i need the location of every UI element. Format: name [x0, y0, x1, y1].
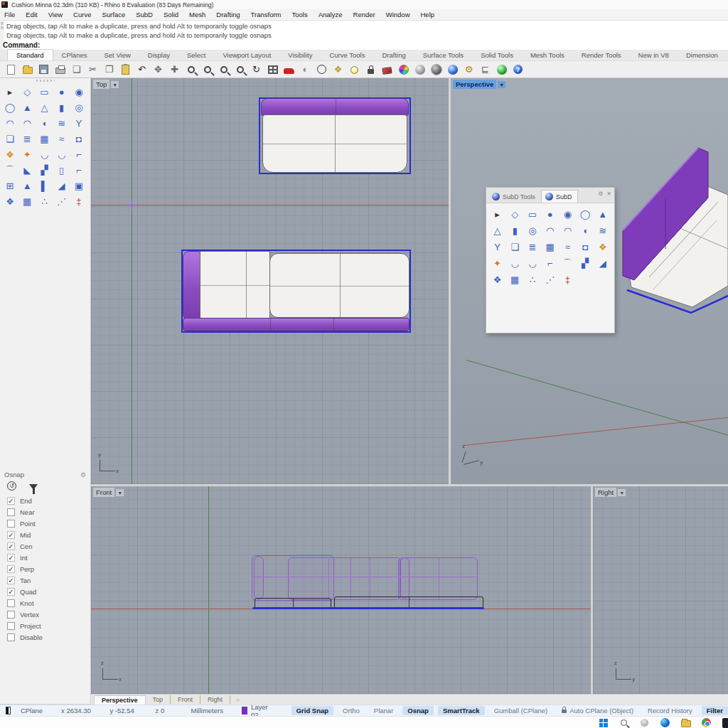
toolbar-tab-mesh-tools[interactable]: Mesh Tools — [522, 50, 573, 60]
toolbar-tab-display[interactable]: Display — [139, 50, 178, 60]
toolbar-tab-new-in-v8[interactable]: New in V8 — [630, 50, 678, 60]
viewport-tab-top[interactable]: Top — [146, 695, 171, 704]
osnap-item-int[interactable]: ✓Int — [0, 552, 90, 563]
command-prompt[interactable]: Command: — [3, 41, 40, 49]
zoom-window-icon[interactable] — [200, 63, 214, 76]
subd-stack-icon[interactable]: ≣ — [524, 240, 540, 255]
earth-render-icon[interactable] — [495, 63, 508, 76]
filter-funnel-icon[interactable] — [29, 484, 38, 490]
osnap-item-near[interactable]: Near — [0, 506, 90, 518]
zoom-icon[interactable] — [184, 63, 198, 76]
subd-ellipsoid-icon[interactable]: ◯ — [577, 207, 594, 222]
subd-ellipsoid-icon[interactable]: ◯ — [3, 101, 17, 114]
subd-fillet-icon[interactable]: ✦ — [20, 148, 34, 161]
subd-torus-icon[interactable]: ◎ — [524, 223, 540, 238]
status-cplane[interactable]: CPlane — [21, 707, 43, 714]
subd-faucet-icon[interactable]: ⌐ — [542, 256, 558, 271]
subd-box-icon[interactable]: ▭ — [37, 85, 51, 99]
subd-bevel-icon[interactable]: ◢ — [594, 256, 611, 271]
subd-loft-icon[interactable]: ❏ — [507, 240, 523, 255]
menu-drafting[interactable]: Drafting — [216, 11, 240, 18]
checkbox-perp[interactable]: ✓ — [7, 565, 15, 573]
close-icon[interactable]: ✕ — [606, 191, 611, 197]
toolbar-tab-curve-tools[interactable]: Curve Tools — [321, 50, 373, 60]
menu-file[interactable]: File — [4, 11, 15, 18]
subd-slide-icon[interactable]: ▞ — [577, 256, 594, 271]
status-toggle-planar[interactable]: Planar — [369, 706, 398, 715]
lock-object-icon[interactable] — [364, 63, 378, 76]
subd-crease-icon[interactable]: ≈ — [55, 132, 69, 146]
subd-bridge-icon[interactable]: ◘ — [577, 240, 594, 255]
pan-view-icon[interactable]: ✥ — [151, 63, 165, 76]
subd-arc-icon[interactable]: ◠ — [542, 223, 558, 238]
subd-loft-icon[interactable]: ❏ — [3, 132, 17, 146]
status-toggle-gumball-cplane[interactable]: Gumball (CPlane) — [489, 706, 553, 715]
viewport-front-label[interactable]: Front▼ — [93, 488, 124, 497]
shaded-viewport-icon[interactable] — [413, 63, 427, 76]
subd-sphere-icon[interactable]: ● — [55, 85, 69, 99]
cut-icon[interactable]: ✂ — [86, 63, 100, 76]
subd-cylinder-icon[interactable]: ▮ — [55, 101, 69, 114]
toolbar-tab-surface-tools[interactable]: Surface Tools — [414, 50, 472, 60]
chevron-down-icon[interactable]: ▼ — [111, 81, 119, 88]
viewport-tab-perspective[interactable]: Perspective — [94, 695, 146, 705]
status-units[interactable]: Millimeters — [191, 707, 223, 714]
osnap-item-mid[interactable]: ✓Mid — [0, 529, 90, 540]
save-file-icon[interactable] — [37, 63, 50, 76]
color-wheel-icon[interactable] — [397, 63, 410, 76]
zoom-selected-icon[interactable] — [233, 63, 247, 76]
subd-unweld-icon[interactable]: ∴ — [37, 195, 51, 208]
chevron-down-icon[interactable]: ▼ — [618, 489, 626, 496]
subd-branch-icon[interactable]: Y — [489, 240, 505, 255]
subd-fillet-icon[interactable]: ✦ — [489, 256, 505, 271]
copy-to-clipboard-icon[interactable]: ❏ — [70, 63, 83, 76]
subd-fill-hole-icon[interactable]: ◡ — [37, 148, 51, 161]
subd-merge-icon[interactable]: ❖ — [3, 195, 17, 208]
subd-chain-icon[interactable]: ❖ — [3, 148, 17, 161]
subd-subdivide-icon[interactable]: ▦ — [20, 195, 34, 208]
menu-transform[interactable]: Transform — [251, 11, 282, 18]
menu-mesh[interactable]: Mesh — [189, 11, 205, 18]
toolbar-tab-viewport-layout[interactable]: Viewport Layout — [214, 50, 279, 60]
zoom-dynamic-icon[interactable] — [217, 63, 230, 76]
subd-box-icon[interactable]: ▭ — [524, 207, 540, 222]
checkbox-cen[interactable]: ✓ — [7, 542, 15, 550]
checkbox-end[interactable]: ✓ — [7, 497, 15, 505]
options-gears-icon[interactable]: ⚙ — [462, 63, 476, 76]
menu-tools[interactable]: Tools — [292, 11, 308, 18]
osnap-item-project[interactable]: Project — [0, 620, 90, 631]
hide-object-icon[interactable]: ◐ — [299, 63, 312, 76]
checkbox-mid[interactable]: ✓ — [7, 531, 15, 539]
subd-plane-icon[interactable]: ▯ — [55, 164, 69, 177]
paste-icon[interactable] — [119, 63, 132, 76]
subd-arc-12-icon[interactable]: ◠ — [560, 223, 576, 238]
new-file-icon[interactable] — [4, 63, 18, 76]
subd-truncated-cone-icon[interactable]: △ — [489, 223, 505, 238]
viewport-perspective-label[interactable]: Perspective▼ — [453, 80, 505, 89]
search-icon[interactable] — [619, 717, 629, 728]
widgets-icon[interactable] — [639, 717, 650, 728]
menu-analyze[interactable]: Analyze — [318, 11, 343, 18]
toolbar-tab-set-view[interactable]: Set View — [95, 50, 139, 60]
tab-subd[interactable]: SubD — [541, 190, 579, 203]
viewport-front[interactable]: Front▼ zx — [91, 486, 591, 694]
subd-bend-icon[interactable]: ⌒ — [3, 164, 17, 177]
undo-icon[interactable]: ↶ — [135, 63, 149, 76]
material-editor-icon[interactable] — [380, 63, 394, 76]
status-toggle-smarttrack[interactable]: SmartTrack — [438, 706, 485, 715]
subd-lamp-icon[interactable]: ◖ — [577, 223, 594, 238]
menu-surface[interactable]: Surface — [102, 11, 125, 18]
status-toggle-auto-cplane-object[interactable]: Auto CPlane (Object) — [557, 706, 638, 715]
viewport-layout-icon[interactable] — [266, 63, 279, 76]
named-view-icon[interactable] — [282, 63, 296, 76]
osnap-cycle-icon[interactable]: ↺ — [7, 481, 16, 491]
checkbox-knot[interactable] — [7, 599, 15, 607]
subd-unweld-icon[interactable]: ∴ — [524, 272, 540, 287]
osnap-item-disable[interactable]: Disable — [0, 631, 90, 643]
link-objects-icon[interactable]: ❖ — [331, 63, 345, 76]
menu-render[interactable]: Render — [353, 11, 375, 18]
subd-cage-icon[interactable]: ▣ — [72, 179, 86, 193]
menu-view[interactable]: View — [48, 11, 63, 18]
osnap-item-end[interactable]: ✓End — [0, 495, 90, 506]
command-area[interactable]: Drag objects, tap Alt to make a duplicat… — [0, 20, 728, 50]
